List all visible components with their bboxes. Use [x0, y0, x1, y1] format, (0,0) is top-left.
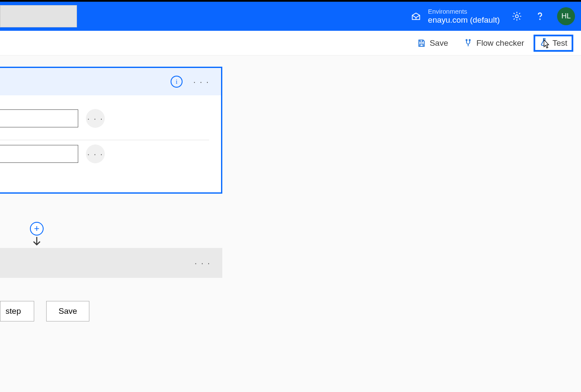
- ellipsis-icon: · · ·: [87, 149, 103, 159]
- trigger-card[interactable]: i · · · · · · · · ·: [0, 67, 222, 194]
- header-right-cluster: Environments enayu.com (default) HL: [410, 2, 575, 31]
- test-label: Test: [552, 38, 567, 48]
- app-title-box[interactable]: [0, 5, 77, 27]
- svg-point-2: [466, 39, 467, 41]
- add-step-button[interactable]: +: [30, 222, 44, 236]
- trigger-input-row: · · ·: [0, 105, 209, 140]
- save-flow-button[interactable]: Save: [46, 301, 89, 321]
- info-icon[interactable]: i: [171, 76, 183, 88]
- command-bar: Save Flow checker Test: [0, 31, 581, 56]
- plus-icon: +: [34, 223, 40, 234]
- step-connector: +: [30, 222, 44, 248]
- new-step-label: step: [6, 307, 21, 316]
- flow-checker-button[interactable]: Flow checker: [457, 35, 530, 52]
- field-more-button[interactable]: · · ·: [86, 144, 105, 163]
- flask-icon: [540, 37, 549, 49]
- test-button[interactable]: Test: [534, 35, 573, 52]
- bottom-button-row: step Save: [0, 301, 89, 321]
- action-card[interactable]: · · ·: [0, 248, 222, 278]
- field-more-button[interactable]: · · ·: [86, 109, 105, 128]
- app-header: Environments enayu.com (default) HL: [0, 2, 581, 31]
- svg-point-1: [540, 19, 540, 19]
- avatar-initials: HL: [561, 12, 571, 21]
- user-avatar[interactable]: HL: [557, 7, 575, 25]
- environment-name: enayu.com (default): [428, 15, 500, 25]
- trigger-card-body: · · · · · ·: [0, 95, 221, 192]
- save-flow-label: Save: [59, 307, 77, 316]
- ellipsis-icon: · · ·: [195, 258, 211, 268]
- environment-picker[interactable]: Environments enayu.com (default): [410, 8, 500, 24]
- ellipsis-icon: · · ·: [193, 77, 209, 87]
- message-input[interactable]: [0, 145, 78, 163]
- trigger-card-header: i · · ·: [0, 68, 221, 95]
- action-more-button[interactable]: · · ·: [194, 254, 211, 271]
- arrow-down-icon: [31, 236, 42, 248]
- flow-canvas[interactable]: i · · · · · · · · · +: [0, 56, 581, 392]
- flow-checker-label: Flow checker: [476, 38, 524, 48]
- new-step-button[interactable]: step: [0, 301, 34, 321]
- save-button[interactable]: Save: [411, 35, 454, 52]
- environment-icon: [410, 10, 422, 22]
- delivery-method-input[interactable]: [0, 109, 78, 127]
- settings-button[interactable]: [511, 10, 523, 22]
- help-button[interactable]: [534, 10, 546, 22]
- svg-point-0: [516, 15, 519, 18]
- save-label: Save: [430, 38, 448, 48]
- ellipsis-icon: · · ·: [87, 114, 103, 124]
- cursor-icon: [541, 39, 551, 49]
- trigger-more-button[interactable]: · · ·: [193, 73, 210, 90]
- environments-label: Environments: [428, 8, 500, 15]
- trigger-input-row: · · ·: [0, 140, 209, 175]
- svg-point-3: [469, 39, 471, 41]
